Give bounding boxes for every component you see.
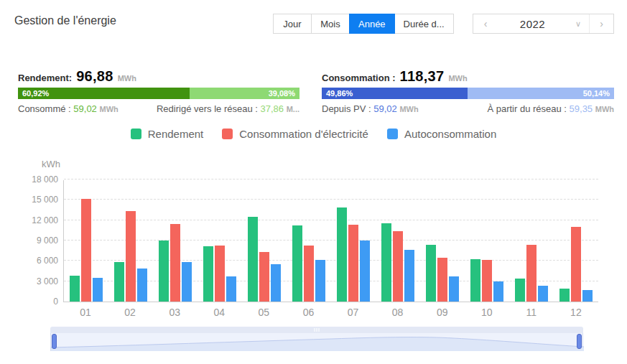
from-grid-unit: MWh xyxy=(595,105,614,113)
from-pv-unit: MWh xyxy=(399,105,418,113)
bar-rendement-11[interactable] xyxy=(515,279,525,302)
bar-autoconsommation-09[interactable] xyxy=(449,276,459,302)
bar-rendement-07[interactable] xyxy=(337,207,347,302)
bar-group-05 xyxy=(242,180,287,302)
bar-autoconsommation-11[interactable] xyxy=(538,286,548,302)
bar-rendement-08[interactable] xyxy=(381,223,391,302)
year-selector: ‹ 2022 ∨ › xyxy=(473,14,614,34)
tab-jour[interactable]: Jour xyxy=(273,14,312,34)
legend-item-autoconsommation[interactable]: Autoconsommation xyxy=(387,128,496,140)
tab-mois[interactable]: Mois xyxy=(311,14,350,34)
bar-rendement-02[interactable] xyxy=(114,262,124,302)
bar-rendement-06[interactable] xyxy=(292,225,302,302)
yield-unit: MWh xyxy=(118,74,136,83)
consumption-unit: MWh xyxy=(448,74,467,83)
y-axis-tick-label: 12 000 xyxy=(1,215,58,225)
bar-consommation-d-lectricit--05[interactable] xyxy=(259,252,269,302)
bar-rendement-10[interactable] xyxy=(470,259,480,302)
yield-panel: Rendement: 96,88 MWh 60,92% 39,08% Conso… xyxy=(18,68,299,114)
bar-group-07 xyxy=(331,180,376,302)
bar-autoconsommation-10[interactable] xyxy=(493,281,503,302)
bar-autoconsommation-05[interactable] xyxy=(271,264,281,302)
bar-group-11 xyxy=(509,180,554,302)
bar-autoconsommation-02[interactable] xyxy=(137,269,147,302)
bar-consommation-d-lectricit--01[interactable] xyxy=(81,199,91,302)
bar-consommation-d-lectricit--10[interactable] xyxy=(482,260,492,302)
bar-rendement-01[interactable] xyxy=(70,276,80,302)
yield-value: 96,88 xyxy=(76,68,113,85)
bar-consommation-d-lectricit--02[interactable] xyxy=(126,211,136,302)
chevron-down-icon[interactable]: ∨ xyxy=(567,19,589,29)
bar-consommation-d-lectricit--08[interactable] xyxy=(393,231,403,302)
bar-consommation-d-lectricit--06[interactable] xyxy=(304,246,314,302)
slider-band[interactable] xyxy=(50,333,583,351)
energy-management-page: Gestion de l'énergie Jour Mois Année Dur… xyxy=(0,0,627,364)
consumed-unit: MWh xyxy=(99,105,118,113)
chevron-right-icon[interactable]: › xyxy=(589,14,613,33)
bar-rendement-03[interactable] xyxy=(159,241,169,302)
bar-rendement-05[interactable] xyxy=(248,217,258,302)
exported-value: 37,86 xyxy=(260,103,284,114)
from-grid-value: 59,35 xyxy=(570,103,593,114)
bar-consommation-d-lectricit--12[interactable] xyxy=(571,227,581,302)
bar-group-04 xyxy=(198,180,242,302)
autoconsommation-swatch-icon xyxy=(387,129,398,139)
year-value[interactable]: 2022 xyxy=(498,18,567,30)
bar-autoconsommation-07[interactable] xyxy=(360,241,370,302)
consommation-swatch-icon xyxy=(222,129,233,139)
bar-consommation-d-lectricit--03[interactable] xyxy=(170,224,180,302)
yield-label: Rendement: xyxy=(18,73,72,83)
y-axis-tick-label: 18 000 xyxy=(1,174,58,185)
consumed-label: Consommé : xyxy=(18,103,73,114)
bar-group-02 xyxy=(108,180,153,302)
y-axis-tick-label: 0 xyxy=(1,297,58,307)
bar-consommation-d-lectricit--04[interactable] xyxy=(215,246,225,302)
from-pv-value: 59,02 xyxy=(373,103,397,114)
yield-exported-stat: Redirigé vers le réseau : 37,86 M... xyxy=(157,103,299,114)
page-title: Gestion de l'énergie xyxy=(14,14,116,27)
tab-annee[interactable]: Année xyxy=(349,14,395,34)
exported-label: Redirigé vers le réseau : xyxy=(157,103,261,114)
slider-handle-right[interactable] xyxy=(577,334,582,349)
y-axis-tick-label: 9 000 xyxy=(1,235,58,246)
data-zoom-slider[interactable] xyxy=(50,327,583,352)
bar-consommation-d-lectricit--09[interactable] xyxy=(437,258,447,302)
bar-rendement-04[interactable] xyxy=(203,246,213,302)
from-pv-label: Depuis PV : xyxy=(322,103,373,114)
bar-autoconsommation-06[interactable] xyxy=(315,260,325,302)
bar-rendement-09[interactable] xyxy=(426,245,436,302)
chart-legend: Rendement Consommation d'électricité Aut… xyxy=(0,128,627,140)
legend-item-rendement[interactable]: Rendement xyxy=(131,128,204,140)
bar-autoconsommation-04[interactable] xyxy=(226,276,236,302)
rendement-swatch-icon xyxy=(131,129,141,139)
yield-consumed-segment: 60,92% xyxy=(18,88,190,99)
legend-item-consommation[interactable]: Consommation d'électricité xyxy=(222,128,368,140)
consumption-breakdown: Depuis PV : 59,02 MWh À partir du réseau… xyxy=(322,103,614,114)
from-grid-label: À partir du réseau : xyxy=(487,103,569,114)
slider-mini-chart xyxy=(51,333,584,351)
bar-consommation-d-lectricit--11[interactable] xyxy=(526,245,537,302)
plot-area: 03 0006 0009 00012 00015 00018 000 xyxy=(63,180,598,302)
bar-rendement-12[interactable] xyxy=(559,289,570,302)
bar-autoconsommation-08[interactable] xyxy=(404,250,414,302)
from-pv-segment: 49,86% xyxy=(322,88,468,99)
slider-grip-icon[interactable] xyxy=(315,328,320,332)
bar-autoconsommation-01[interactable] xyxy=(93,278,103,302)
consumption-label: Consommation : xyxy=(322,73,396,83)
bar-autoconsommation-03[interactable] xyxy=(182,262,192,302)
y-axis-tick-label: 15 000 xyxy=(1,195,58,205)
yield-heading: Rendement: 96,88 MWh xyxy=(18,68,299,83)
consumption-ratio-bar: 49,86% 50,14% xyxy=(322,88,614,99)
legend-label: Rendement xyxy=(148,128,204,140)
consumed-value: 59,02 xyxy=(73,103,97,114)
slider-handle-left[interactable] xyxy=(52,334,57,349)
gridline xyxy=(64,179,598,179)
bar-consommation-d-lectricit--07[interactable] xyxy=(348,225,358,302)
slider-track-top[interactable] xyxy=(50,327,583,333)
tab-duree[interactable]: Durée d... xyxy=(394,14,454,34)
bar-group-09 xyxy=(420,180,465,302)
bar-autoconsommation-12[interactable] xyxy=(582,290,593,302)
chevron-left-icon[interactable]: ‹ xyxy=(473,18,498,29)
x-axis-label-07: 07 xyxy=(330,307,375,318)
yield-exported-segment: 39,08% xyxy=(190,88,299,99)
